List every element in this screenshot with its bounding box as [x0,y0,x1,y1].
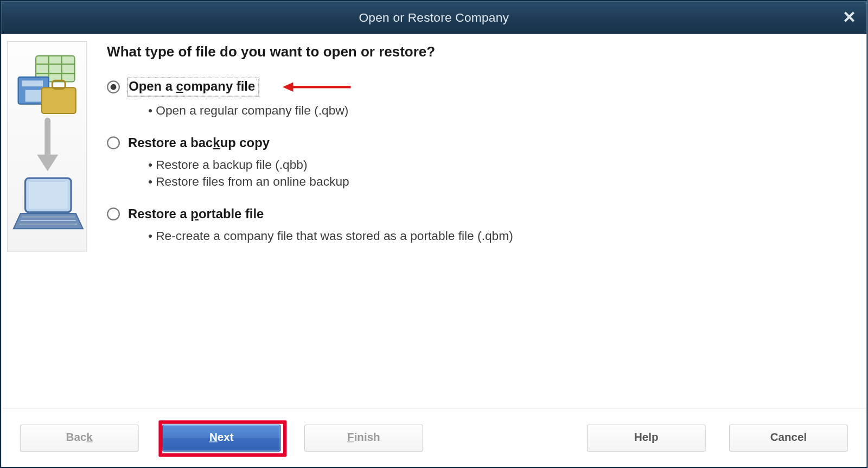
close-icon[interactable]: ✕ [843,1,856,34]
option-2: Restore a portable fileRe-create a compa… [107,206,853,244]
radio-option-2[interactable] [107,207,120,220]
option-sub-item: Re-create a company file that was stored… [148,227,854,244]
arrow-annotation-icon [282,80,358,94]
svg-marker-14 [14,213,83,229]
option-1: Restore a backup copyRestore a backup fi… [107,135,853,189]
option-sub-item: Restore a backup file (.qbb) [148,156,854,173]
dialog-body: What type of file do you want to open or… [1,34,866,408]
window-title: Open or Restore Company [359,10,509,24]
svg-marker-19 [283,83,293,92]
dialog-content: What type of file do you want to open or… [87,41,860,261]
radio-option-0[interactable] [107,80,120,93]
option-label-0[interactable]: Open a company file [127,78,259,97]
next-button[interactable]: Next [162,424,281,451]
option-sublist-2: Re-create a company file that was stored… [148,227,854,244]
radio-option-1[interactable] [107,137,120,150]
svg-rect-13 [29,182,67,209]
help-button[interactable]: Help [587,424,706,451]
option-label-1[interactable]: Restore a backup copy [128,135,270,150]
titlebar: Open or Restore Company ✕ [1,1,866,34]
cancel-button[interactable]: Cancel [729,424,848,451]
option-label-2[interactable]: Restore a portable file [128,206,264,222]
option-sub-item: Open a regular company file (.qbw) [148,102,854,119]
back-button[interactable]: Back [20,424,139,451]
option-sublist-0: Open a regular company file (.qbw) [148,102,854,119]
option-sub-item: Restore files from an online backup [148,173,854,190]
dialog-heading: What type of file do you want to open or… [107,43,853,60]
button-bar: Back Next Finish Help Cancel [20,423,848,453]
svg-rect-6 [22,80,43,86]
dialog-footer: Back Next Finish Help Cancel [2,408,865,466]
svg-marker-11 [37,155,58,171]
svg-rect-7 [25,90,42,102]
dialog-window: Open or Restore Company ✕ [0,0,868,468]
svg-rect-8 [42,87,76,113]
option-sublist-1: Restore a backup file (.qbb)Restore file… [148,156,854,189]
finish-button[interactable]: Finish [304,424,423,451]
wizard-illustration [7,41,87,252]
option-0: Open a company fileOpen a regular compan… [107,78,853,119]
